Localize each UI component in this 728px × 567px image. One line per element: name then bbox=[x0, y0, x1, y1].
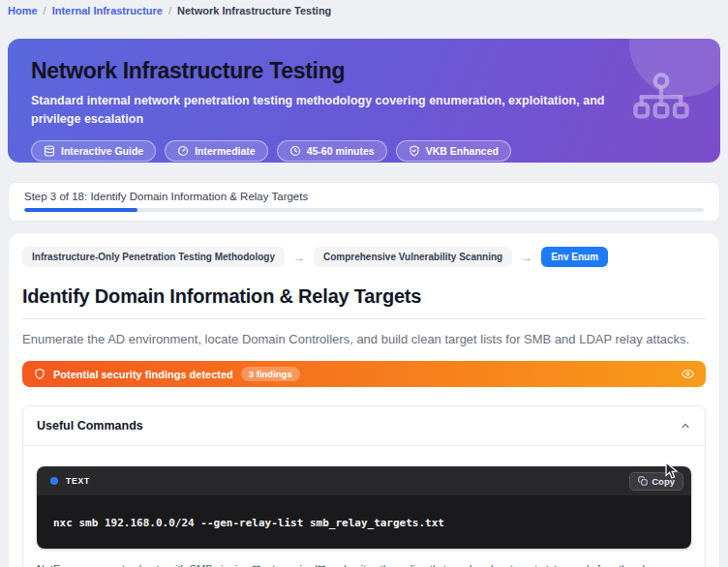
interactive-guide-badge: Interactive Guide bbox=[31, 140, 156, 162]
command-explanation: NetExec enumerates hosts with SMB signin… bbox=[37, 563, 691, 567]
badge-label: VKB Enhanced bbox=[426, 145, 499, 157]
difficulty-badge: Intermediate bbox=[165, 140, 267, 162]
breadcrumb-separator: / bbox=[44, 5, 46, 16]
path-pill-methodology[interactable]: Infrastructure-Only Penetration Testing … bbox=[22, 247, 285, 267]
breadcrumb: Home / Internal Infrastructure / Network… bbox=[8, 0, 720, 16]
hero-banner: Network Infrastructure Testing Standard … bbox=[8, 39, 720, 163]
sitemap-icon bbox=[631, 73, 691, 129]
view-findings-button[interactable] bbox=[682, 368, 694, 380]
code-language-label: TEXT bbox=[66, 476, 90, 486]
hero-badges: Interactive Guide Intermediate 45-60 min… bbox=[31, 140, 697, 162]
path-pill-vuln-scanning[interactable]: Comprehensive Vulnerability Scanning bbox=[314, 247, 512, 267]
page-title: Network Infrastructure Testing bbox=[31, 58, 697, 84]
breadcrumb-internal-infrastructure-link[interactable]: Internal Infrastructure bbox=[52, 5, 163, 16]
eye-icon bbox=[682, 368, 694, 380]
vkb-enhanced-badge: VKB Enhanced bbox=[396, 140, 511, 162]
arrow-right-icon: → bbox=[293, 251, 305, 264]
step-description: Enumerate the AD environment, locate Dom… bbox=[22, 332, 706, 346]
breadcrumb-current-page: Network Infrastructure Testing bbox=[177, 5, 331, 16]
shield-outline-icon bbox=[34, 368, 46, 380]
progress-bar-track bbox=[24, 208, 704, 212]
database-icon bbox=[44, 145, 55, 157]
progress-bar-fill bbox=[24, 208, 137, 212]
copy-button[interactable]: Copy bbox=[629, 472, 683, 491]
arrow-right-icon: → bbox=[521, 251, 532, 264]
step-content-card: Infrastructure-Only Penetration Testing … bbox=[8, 232, 720, 567]
useful-commands-body: TEXT Copy nxc smb 192.168.0.0/24 --gen-r… bbox=[23, 446, 705, 567]
useful-commands-header[interactable]: Useful Commands bbox=[23, 406, 705, 446]
code-block-header: TEXT Copy bbox=[37, 466, 691, 495]
chevron-up-icon[interactable] bbox=[680, 420, 691, 432]
gauge-icon bbox=[177, 145, 189, 157]
code-block-body[interactable]: nxc smb 192.168.0.0/24 --gen-relay-list … bbox=[37, 495, 691, 549]
clipboard-icon bbox=[638, 476, 648, 486]
breadcrumb-separator: / bbox=[168, 5, 171, 16]
security-findings-banner: Potential security findings detected 3 f… bbox=[22, 361, 706, 387]
badge-label: 45-60 minutes bbox=[307, 145, 375, 157]
useful-commands-section: Useful Commands TEXT Copy n bbox=[22, 405, 706, 567]
language-dot-icon bbox=[50, 477, 58, 485]
step-title: Identify Domain Information & Relay Targ… bbox=[22, 285, 706, 319]
findings-text: Potential security findings detected bbox=[53, 369, 233, 380]
shield-icon bbox=[409, 145, 420, 157]
badge-label: Interactive Guide bbox=[61, 145, 143, 157]
methodology-path-nav: Infrastructure-Only Penetration Testing … bbox=[22, 247, 706, 267]
command-text: nxc smb 192.168.0.0/24 --gen-relay-list … bbox=[53, 517, 444, 529]
duration-badge: 45-60 minutes bbox=[277, 140, 387, 162]
path-pill-env-enum-active[interactable]: Env Enum bbox=[541, 247, 608, 267]
findings-count-badge: 3 findings bbox=[241, 367, 300, 381]
code-block: TEXT Copy nxc smb 192.168.0.0/24 --gen-r… bbox=[37, 466, 691, 549]
step-progress-card: Step 3 of 18: Identify Domain Informatio… bbox=[8, 182, 720, 222]
step-progress-label: Step 3 of 18: Identify Domain Informatio… bbox=[24, 191, 704, 202]
breadcrumb-home-link[interactable]: Home bbox=[8, 5, 38, 16]
badge-label: Intermediate bbox=[195, 145, 255, 157]
page-subtitle: Standard internal network penetration te… bbox=[31, 92, 631, 129]
copy-button-label: Copy bbox=[652, 476, 675, 487]
clock-icon bbox=[289, 145, 301, 157]
useful-commands-title: Useful Commands bbox=[37, 419, 143, 433]
